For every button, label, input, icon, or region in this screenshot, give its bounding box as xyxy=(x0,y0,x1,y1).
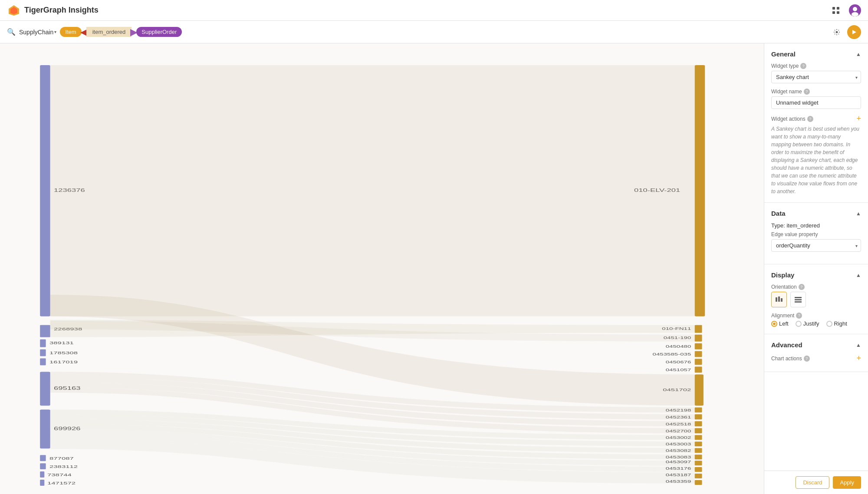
svg-rect-2 xyxy=(832,7,835,10)
topbar: TigerGraph Insights xyxy=(0,0,868,21)
edge-tag[interactable]: item_ordered xyxy=(86,27,132,37)
data-section: Data ▲ Type: item_ordered Edge value pro… xyxy=(764,203,868,264)
data-section-header[interactable]: Data ▲ xyxy=(771,210,861,217)
svg-rect-29 xyxy=(40,471,44,478)
svg-rect-39 xyxy=(695,343,702,349)
general-section-header[interactable]: General ▲ xyxy=(771,50,861,58)
svg-text:0450480: 0450480 xyxy=(666,344,691,349)
sankey-description: A Sankey chart is best used when you wan… xyxy=(771,125,861,195)
user-avatar[interactable] xyxy=(849,4,861,16)
widget-name-help-icon[interactable]: ? xyxy=(804,89,810,95)
sankey-flow-main xyxy=(50,65,695,316)
svg-text:1617019: 1617019 xyxy=(49,360,78,365)
display-section-header[interactable]: Display ▲ xyxy=(771,271,861,279)
orientation-help-icon[interactable]: ? xyxy=(799,284,805,290)
widget-actions-row: Widget actions ? + xyxy=(771,114,861,123)
svg-text:0451057: 0451057 xyxy=(666,368,691,372)
orientation-bar-button[interactable] xyxy=(771,292,787,307)
widget-name-label: Widget name ? xyxy=(771,89,861,95)
alignment-right-radio[interactable] xyxy=(826,321,832,327)
svg-rect-21 xyxy=(40,372,50,406)
edge-value-label: Edge value property xyxy=(771,231,861,237)
svg-rect-37 xyxy=(695,335,702,342)
svg-rect-53 xyxy=(695,421,702,426)
svg-rect-57 xyxy=(695,435,702,440)
svg-rect-65 xyxy=(695,461,702,465)
panel-footer: Discard Apply xyxy=(764,471,868,494)
svg-rect-13 xyxy=(40,325,50,337)
alignment-justify-radio[interactable] xyxy=(796,321,802,327)
widget-type-select-wrapper: Sankey chart ▾ xyxy=(771,71,861,83)
svg-text:389131: 389131 xyxy=(49,341,74,346)
chart-actions-label: Chart actions ? xyxy=(771,356,810,362)
node-supplier-tag[interactable]: SupplierOrder xyxy=(136,27,182,37)
svg-rect-71 xyxy=(695,480,702,485)
alignment-left-option[interactable]: Left xyxy=(771,320,789,327)
display-collapse-icon: ▲ xyxy=(856,272,861,278)
widget-name-input[interactable] xyxy=(771,96,861,109)
svg-text:0453359: 0453359 xyxy=(666,479,691,484)
svg-rect-35 xyxy=(695,325,702,333)
display-section-title: Display xyxy=(771,271,794,279)
display-section: Display ▲ Orientation ? xyxy=(764,264,868,334)
discard-button[interactable]: Discard xyxy=(796,476,829,489)
svg-rect-25 xyxy=(40,455,46,461)
right-panel: General ▲ Widget type ? Sankey chart ▾ W… xyxy=(764,43,868,494)
alignment-justify-option[interactable]: Justify xyxy=(796,320,819,327)
chart-actions-help-icon[interactable]: ? xyxy=(804,356,810,362)
alignment-help-icon[interactable]: ? xyxy=(796,313,802,319)
chart-actions-add-icon[interactable]: + xyxy=(856,354,861,363)
svg-rect-69 xyxy=(695,474,702,478)
alignment-left-radio[interactable] xyxy=(771,321,777,327)
general-collapse-icon: ▲ xyxy=(856,51,861,57)
logo-text: TigerGraph Insights xyxy=(24,6,99,15)
apply-button[interactable]: Apply xyxy=(833,476,861,489)
svg-text:0453187: 0453187 xyxy=(666,473,691,477)
widget-actions-add-icon[interactable]: + xyxy=(856,114,861,123)
widget-type-label: Widget type ? xyxy=(771,63,861,69)
svg-rect-63 xyxy=(695,454,702,459)
widget-type-help-icon[interactable]: ? xyxy=(800,63,806,69)
search-icon: 🔍 xyxy=(7,28,16,36)
svg-rect-33 xyxy=(695,65,705,316)
edge-value-select[interactable]: orderQuantity xyxy=(771,239,861,252)
run-button[interactable] xyxy=(847,25,861,39)
svg-rect-3 xyxy=(837,7,839,10)
svg-text:877087: 877087 xyxy=(49,456,74,461)
schema-selector[interactable]: SupplyChain ▾ xyxy=(19,29,56,36)
advanced-collapse-icon: ▲ xyxy=(856,342,861,348)
advanced-section: Advanced ▲ Chart actions ? + xyxy=(764,334,868,372)
svg-rect-31 xyxy=(40,480,44,486)
widget-actions-help-icon[interactable]: ? xyxy=(807,116,813,122)
svg-rect-4 xyxy=(832,11,835,14)
main-content: 1236376 2268938 389131 1785308 1617019 6… xyxy=(0,43,868,494)
alignment-right-option[interactable]: Right xyxy=(826,320,847,327)
svg-rect-78 xyxy=(795,301,802,303)
svg-text:1471572: 1471572 xyxy=(47,481,76,485)
svg-rect-43 xyxy=(695,359,702,365)
data-type-label: Type: item_ordered xyxy=(771,222,861,229)
general-section-title: General xyxy=(771,50,796,58)
svg-text:0450676: 0450676 xyxy=(666,360,691,364)
svg-rect-17 xyxy=(40,349,46,356)
settings-button[interactable] xyxy=(830,25,844,39)
widget-type-select[interactable]: Sankey chart xyxy=(771,71,861,83)
node-item-tag[interactable]: Item xyxy=(60,27,81,37)
alignment-radio-group: Left Justify Right xyxy=(771,320,861,327)
widget-actions-label: Widget actions ? xyxy=(771,116,813,122)
edge-value-select-wrapper: orderQuantity ▾ xyxy=(771,239,861,252)
svg-text:1785308: 1785308 xyxy=(49,351,78,356)
svg-rect-73 xyxy=(776,297,777,302)
svg-rect-12 xyxy=(40,65,50,316)
svg-rect-19 xyxy=(40,359,46,366)
topbar-right xyxy=(830,4,861,16)
grid-icon[interactable] xyxy=(830,4,842,16)
orientation-list-button[interactable] xyxy=(790,292,806,307)
svg-rect-45 xyxy=(695,367,702,373)
svg-point-9 xyxy=(836,31,838,33)
svg-rect-5 xyxy=(837,11,839,14)
chart-area: 1236376 2268938 389131 1785308 1617019 6… xyxy=(0,43,764,494)
advanced-section-header[interactable]: Advanced ▲ xyxy=(771,341,861,349)
svg-text:0453176: 0453176 xyxy=(666,466,691,471)
svg-rect-76 xyxy=(795,297,802,298)
